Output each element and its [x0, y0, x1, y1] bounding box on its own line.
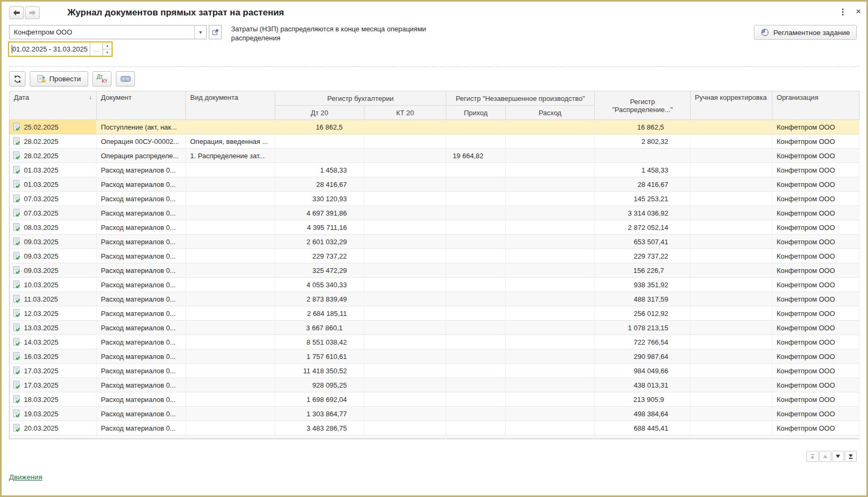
table-row[interactable]: 25.02.2025Поступление (акт, нак...16 862… [10, 120, 860, 134]
cell-manual-adjustment[interactable] [691, 278, 772, 292]
table-row[interactable]: 01.03.2025Расход материалов 0...28 416,6… [10, 177, 860, 192]
column-header-income[interactable]: Приход [446, 106, 506, 120]
period-field[interactable]: 01.02.2025 - 31.03.2025 ... ▴ ▾ [8, 41, 113, 57]
cell-dt20[interactable]: 8 551 038,42 [275, 335, 364, 349]
cell-organization[interactable]: Конфетпром ООО [772, 349, 860, 364]
cell-income[interactable] [446, 249, 506, 263]
cell-dt20[interactable]: 4 697 391,86 [275, 206, 364, 220]
cell-kt20[interactable] [364, 134, 446, 149]
period-spinner[interactable]: ▴ ▾ [103, 42, 112, 56]
cell-organization[interactable]: Конфетпром ООО [772, 306, 860, 321]
cell-dt20[interactable]: 3 667 860,1 [275, 321, 364, 335]
cell-dt20[interactable]: 1 757 610,61 [275, 349, 364, 364]
cell-income[interactable] [446, 134, 506, 149]
cell-dt20[interactable]: 4 395 711,16 [275, 220, 364, 235]
cell-dt20[interactable]: 28 416,67 [275, 177, 364, 192]
cell-doc-type[interactable] [186, 278, 275, 292]
column-header-doc-type[interactable]: Вид документа [186, 91, 275, 120]
cell-expense[interactable] [506, 364, 595, 378]
cell-kt20[interactable] [364, 378, 446, 392]
cell-distribution[interactable]: 653 507,41 [595, 235, 691, 249]
cell-manual-adjustment[interactable] [691, 149, 772, 163]
cell-doc-type[interactable] [186, 163, 275, 177]
cell-manual-adjustment[interactable] [691, 421, 772, 435]
cell-income[interactable]: 19 664,82 [446, 149, 506, 163]
cell-distribution[interactable]: 2 872 052,14 [595, 220, 691, 235]
cell-kt20[interactable] [364, 392, 446, 407]
cell-document[interactable]: Поступление (акт, нак... [97, 120, 186, 134]
cell-date[interactable]: 09.03.2025 [10, 249, 97, 263]
cell-kt20[interactable] [364, 192, 446, 206]
cell-expense[interactable] [506, 149, 595, 163]
cell-manual-adjustment[interactable] [691, 134, 772, 149]
column-header-date[interactable]: Дата ↓ [10, 91, 97, 120]
spinner-down-icon[interactable]: ▾ [103, 49, 112, 56]
cell-income[interactable] [446, 321, 506, 335]
cell-date[interactable]: 01.03.2025 [10, 177, 97, 192]
cell-expense[interactable] [506, 321, 595, 335]
cell-date[interactable]: 17.03.2025 [10, 378, 97, 392]
table-row[interactable]: 12.03.2025Расход материалов 0...2 684 18… [10, 306, 860, 321]
table-row[interactable]: 20.03.2025Расход материалов 0...3 483 28… [10, 421, 860, 435]
cell-doc-type[interactable] [186, 120, 275, 134]
cell-dt20[interactable]: 1 698 692,04 [275, 392, 364, 407]
cell-income[interactable] [446, 235, 506, 249]
cell-income[interactable] [446, 292, 506, 306]
cell-distribution[interactable]: 16 862,5 [595, 120, 691, 134]
cell-date[interactable]: 08.03.2025 [10, 220, 97, 235]
cell-date[interactable]: 17.03.2025 [10, 364, 97, 378]
cell-expense[interactable] [506, 177, 595, 192]
cell-doc-type[interactable] [186, 292, 275, 306]
column-header-kt20[interactable]: КТ 20 [364, 106, 446, 120]
cell-expense[interactable] [506, 134, 595, 149]
cell-date[interactable]: 19.03.2025 [10, 407, 97, 421]
cell-dt20[interactable]: 928 095,25 [275, 378, 364, 392]
movements-link[interactable]: Движения [9, 473, 42, 481]
table-row[interactable]: 18.03.2025Расход материалов 0...1 698 69… [10, 392, 860, 407]
cell-date[interactable]: 25.02.2025 [10, 120, 97, 134]
nav-back-button[interactable] [9, 6, 24, 19]
cell-income[interactable] [446, 220, 506, 235]
cell-distribution[interactable]: 213 905,9 [595, 392, 691, 407]
cell-date[interactable]: 10.03.2025 [10, 278, 97, 292]
column-group-accounting-register[interactable]: Регистр бухгалтерии [275, 91, 446, 106]
cell-manual-adjustment[interactable] [691, 249, 772, 263]
table-row[interactable]: 07.03.2025Расход материалов 0...330 120,… [10, 192, 860, 206]
cell-doc-type[interactable] [186, 378, 275, 392]
cell-dt20[interactable]: 11 418 350,52 [275, 364, 364, 378]
cell-dt20[interactable]: 2 601 032,29 [275, 235, 364, 249]
cell-date[interactable]: 16.03.2025 [10, 349, 97, 364]
cell-doc-type[interactable] [186, 364, 275, 378]
cell-date[interactable]: 09.03.2025 [10, 263, 97, 278]
cell-distribution[interactable]: 438 013,31 [595, 378, 691, 392]
cell-kt20[interactable] [364, 407, 446, 421]
post-button[interactable]: Провести [30, 71, 88, 87]
organization-field[interactable]: Конфетпром ООО ▾ [9, 25, 207, 39]
close-icon[interactable]: × [853, 6, 864, 17]
cell-document[interactable]: Расход материалов 0... [97, 407, 186, 421]
nav-forward-button[interactable] [25, 6, 40, 19]
cell-distribution[interactable]: 229 737,22 [595, 249, 691, 263]
cell-doc-type[interactable] [186, 321, 275, 335]
cell-kt20[interactable] [364, 149, 446, 163]
table-row[interactable]: 28.02.2025Операция распределе...1. Распр… [10, 149, 860, 163]
cell-date[interactable]: 14.03.2025 [10, 335, 97, 349]
cell-manual-adjustment[interactable] [691, 364, 772, 378]
cell-expense[interactable] [506, 249, 595, 263]
cell-document[interactable]: Операция распределе... [97, 149, 186, 163]
cell-income[interactable] [446, 306, 506, 321]
cell-organization[interactable]: Конфетпром ООО [772, 235, 860, 249]
cell-expense[interactable] [506, 206, 595, 220]
cell-expense[interactable] [506, 163, 595, 177]
column-header-expense[interactable]: Расход [506, 106, 595, 120]
cell-kt20[interactable] [364, 278, 446, 292]
table-row[interactable]: 17.03.2025Расход материалов 0...928 095,… [10, 378, 860, 392]
cell-manual-adjustment[interactable] [691, 206, 772, 220]
refresh-button[interactable] [9, 71, 25, 87]
cell-manual-adjustment[interactable] [691, 163, 772, 177]
cell-kt20[interactable] [364, 220, 446, 235]
cell-doc-type[interactable] [186, 392, 275, 407]
table-row[interactable]: 01.03.2025Расход материалов 0...1 458,33… [10, 163, 860, 177]
cell-doc-type[interactable] [186, 421, 275, 435]
cell-document[interactable]: Расход материалов 0... [97, 249, 186, 263]
